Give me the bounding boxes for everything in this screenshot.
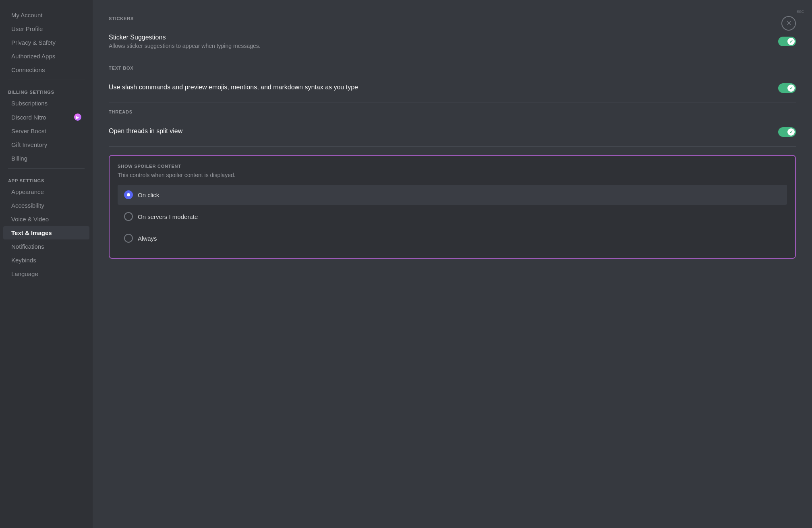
divider-1	[109, 59, 796, 59]
sidebar-item-text-images[interactable]: Text & Images	[3, 226, 89, 239]
spoiler-title: SHOW SPOILER CONTENT	[118, 164, 787, 169]
radio-label-moderate: On servers I moderate	[138, 213, 198, 220]
sidebar-divider-billing	[8, 80, 85, 80]
close-icon: ✕	[786, 20, 791, 27]
textbox-toggle[interactable]	[778, 83, 796, 93]
radio-on-click[interactable]: On click	[118, 185, 787, 205]
billing-section-label: BILLING SETTINGS	[0, 83, 93, 96]
textbox-section-title: TEXT BOX	[109, 66, 796, 70]
esc-label: ESC	[796, 10, 804, 14]
radio-circle-moderate	[124, 212, 133, 221]
stickers-section-title: STICKERS	[109, 16, 796, 21]
sidebar: My AccountUser ProfilePrivacy & SafetyAu…	[0, 0, 93, 528]
sidebar-item-keybinds[interactable]: Keybinds	[3, 254, 89, 267]
toggle-knob-3	[787, 128, 795, 136]
app-section-label: APP SETTINGS	[0, 172, 93, 185]
threads-info: Open threads in split view	[109, 128, 778, 136]
radio-label-always: Always	[138, 235, 157, 242]
sidebar-item-label: Discord Nitro	[11, 114, 46, 121]
toggle-knob-2	[787, 85, 795, 92]
radio-always[interactable]: Always	[118, 228, 787, 248]
radio-circle-on-click	[124, 190, 133, 199]
main-content: ✕ ESC STICKERS Sticker Suggestions Allow…	[93, 0, 812, 528]
sticker-suggestions-row: Sticker Suggestions Allows sticker sugge…	[109, 27, 796, 56]
radio-label-on-click: On click	[138, 192, 159, 198]
sticker-suggestions-desc: Allows sticker suggestions to appear whe…	[109, 43, 778, 49]
spoiler-section: SHOW SPOILER CONTENT This controls when …	[109, 155, 796, 259]
close-button[interactable]: ✕	[781, 16, 796, 31]
sticker-suggestions-label: Sticker Suggestions	[109, 34, 778, 41]
sidebar-item-user-profile[interactable]: User Profile	[3, 22, 89, 35]
sidebar-item-appearance[interactable]: Appearance	[3, 185, 89, 198]
sidebar-item-label: Billing	[11, 155, 27, 162]
sidebar-item-gift-inventory[interactable]: Gift Inventory	[3, 138, 89, 151]
sidebar-item-my-account[interactable]: My Account	[3, 8, 89, 22]
sidebar-item-billing[interactable]: Billing	[3, 152, 89, 165]
sidebar-item-privacy-safety[interactable]: Privacy & Safety	[3, 36, 89, 49]
radio-on-servers-moderate[interactable]: On servers I moderate	[118, 206, 787, 227]
toggle-knob	[787, 38, 795, 45]
close-container: ✕ ESC	[796, 8, 804, 14]
sidebar-item-connections[interactable]: Connections	[3, 63, 89, 76]
sidebar-item-discord-nitro[interactable]: Discord Nitro▶	[3, 110, 89, 124]
sidebar-item-label: Server Boost	[11, 128, 46, 134]
textbox-row: Use slash commands and preview emojis, m…	[109, 77, 796, 99]
sidebar-item-subscriptions[interactable]: Subscriptions	[3, 97, 89, 110]
sticker-suggestions-toggle[interactable]	[778, 37, 796, 46]
textbox-info: Use slash commands and preview emojis, m…	[109, 84, 778, 93]
sidebar-item-authorized-apps[interactable]: Authorized Apps	[3, 50, 89, 63]
divider-3	[109, 146, 796, 147]
textbox-label: Use slash commands and preview emojis, m…	[109, 84, 778, 91]
radio-circle-always	[124, 234, 133, 243]
threads-section-title: THREADS	[109, 109, 796, 114]
sidebar-item-label: Subscriptions	[11, 100, 48, 107]
threads-label: Open threads in split view	[109, 128, 778, 135]
sidebar-item-accessibility[interactable]: Accessibility	[3, 199, 89, 212]
spoiler-desc: This controls when spoiler content is di…	[118, 172, 787, 178]
sidebar-item-label: Gift Inventory	[11, 141, 47, 148]
threads-toggle[interactable]	[778, 127, 796, 137]
sidebar-item-notifications[interactable]: Notifications	[3, 240, 89, 253]
sticker-suggestions-info: Sticker Suggestions Allows sticker sugge…	[109, 34, 778, 49]
sidebar-divider-app	[8, 168, 85, 169]
sidebar-item-server-boost[interactable]: Server Boost	[3, 124, 89, 138]
threads-row: Open threads in split view	[109, 121, 796, 143]
sidebar-item-language[interactable]: Language	[3, 267, 89, 280]
nitro-icon: ▶	[74, 113, 81, 121]
divider-2	[109, 103, 796, 103]
sidebar-item-voice-video[interactable]: Voice & Video	[3, 212, 89, 226]
